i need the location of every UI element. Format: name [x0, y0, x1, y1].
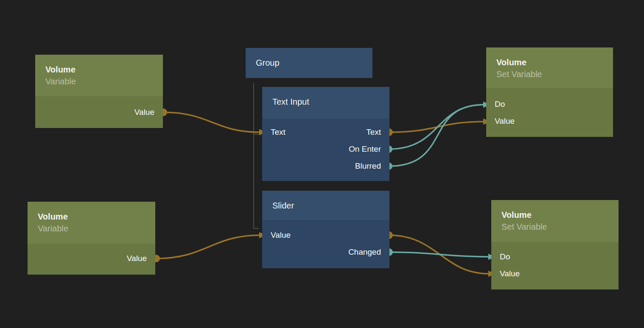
node-title: Volume: [38, 211, 145, 222]
output-port-label-value: Value: [134, 108, 154, 117]
wire-textinput-blurred-to-setvariable-do[interactable]: [389, 105, 484, 166]
node-title: Text Input: [272, 96, 379, 108]
node-body: Do Value: [491, 242, 619, 289]
input-port-label-value: Value: [500, 269, 520, 278]
node-body: Value: [28, 244, 155, 275]
group-children-line: [254, 83, 259, 228]
port-row: Blurred: [262, 158, 389, 175]
port-row: Do: [486, 96, 613, 113]
output-port-label-text: Text: [366, 128, 381, 137]
node-title: Volume: [45, 64, 153, 75]
node-body: Value Changed: [262, 220, 389, 268]
wire-variable-value-to-slider-value[interactable]: [156, 235, 260, 259]
node-title: Volume: [501, 209, 608, 221]
input-port-label-do: Do: [495, 100, 505, 109]
node-body: Do Value: [486, 88, 613, 137]
node-title: Volume: [496, 56, 603, 68]
node-subtitle: Set Variable: [501, 221, 608, 233]
output-port-label-blurred: Blurred: [355, 161, 381, 171]
input-port-label-text: Text: [271, 128, 286, 137]
node-subtitle: Variable: [38, 222, 145, 234]
node-subtitle: Set Variable: [496, 68, 603, 80]
node-slider[interactable]: Slider Value Changed: [262, 191, 389, 268]
port-row: Value: [262, 227, 389, 244]
node-set-variable-volume-bottom[interactable]: Volume Set Variable Do Value: [491, 200, 619, 289]
node-header[interactable]: Volume Set Variable: [491, 200, 619, 242]
port-row: Text Text: [262, 124, 389, 141]
output-port-label-changed: Changed: [348, 247, 381, 257]
port-row: Value: [28, 250, 155, 267]
node-header[interactable]: Text Input: [262, 87, 389, 119]
node-variable-volume-bottom[interactable]: Volume Variable Value: [28, 202, 155, 275]
node-text-input[interactable]: Text Input Text Text On Enter Blurred: [262, 87, 389, 181]
wire-variable-value-to-textinput-text[interactable]: [163, 112, 260, 132]
node-header[interactable]: Group: [246, 48, 372, 78]
output-port-label-value: Value: [127, 254, 147, 263]
node-header[interactable]: Volume Variable: [35, 55, 163, 96]
node-title: Slider: [272, 200, 379, 211]
node-variable-volume-top[interactable]: Volume Variable Value: [35, 55, 163, 128]
port-row: On Enter: [262, 141, 389, 158]
port-row: Value: [486, 113, 613, 130]
port-row: Changed: [262, 244, 389, 261]
wire-textinput-text-to-setvariable-value[interactable]: [389, 122, 484, 132]
node-graph-canvas[interactable]: Volume Variable Value Volume Variable Va…: [0, 0, 644, 328]
node-body: Value: [35, 96, 163, 128]
input-port-label-do: Do: [500, 252, 510, 261]
node-group[interactable]: Group: [246, 48, 372, 78]
wire-slider-changed-to-setvariable-do[interactable]: [389, 252, 489, 257]
node-header[interactable]: Volume Variable: [28, 202, 155, 244]
node-subtitle: Variable: [45, 75, 153, 87]
node-body: Text Text On Enter Blurred: [262, 119, 389, 181]
port-row: Do: [491, 248, 619, 265]
input-port-label-value: Value: [271, 231, 291, 240]
node-set-variable-volume-top[interactable]: Volume Set Variable Do Value: [486, 47, 613, 137]
output-port-label-on-enter: On Enter: [349, 145, 381, 154]
port-row: Value: [491, 265, 619, 282]
node-header[interactable]: Volume Set Variable: [486, 47, 613, 88]
port-row: Value: [35, 104, 163, 121]
node-header[interactable]: Slider: [262, 191, 389, 220]
node-title: Group: [256, 57, 362, 69]
input-port-label-value: Value: [495, 117, 515, 126]
